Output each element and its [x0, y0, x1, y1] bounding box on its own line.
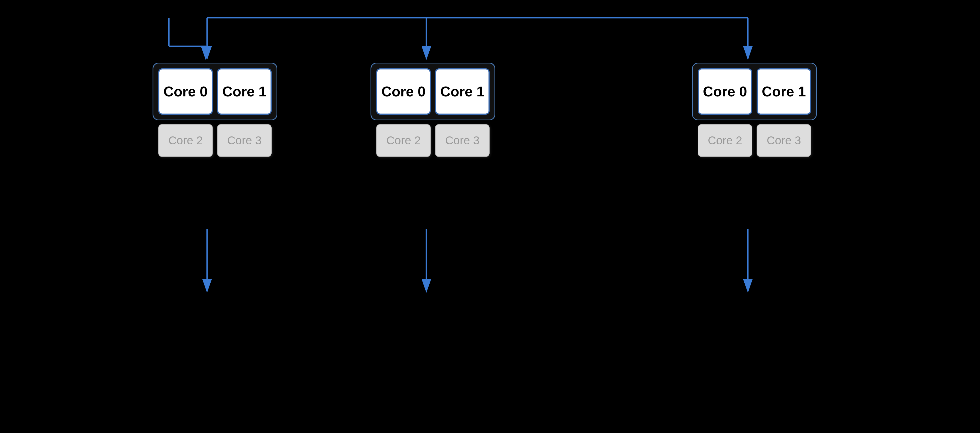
core-active-1-g3: Core 1 [757, 68, 811, 115]
bottom-row-2: Core 2 Core 3 [376, 124, 490, 157]
cpu-group-2: Core 0 Core 1 Core 2 Core 3 [371, 63, 495, 157]
diagram: Core 0 Core 1 Core 2 Core 3 Core 0 Core … [0, 0, 980, 433]
core-inactive-3-g3: Core 3 [757, 124, 811, 157]
core-inactive-2-g3: Core 2 [698, 124, 752, 157]
core-inactive-3-g1: Core 3 [217, 124, 272, 157]
core-active-0-g2: Core 0 [376, 68, 431, 115]
cpu-group-1: Core 0 Core 1 Core 2 Core 3 [153, 63, 277, 157]
cpu-group-3: Core 0 Core 1 Core 2 Core 3 [692, 63, 817, 157]
core-active-1-g2: Core 1 [435, 68, 490, 115]
core-active-0-g3: Core 0 [698, 68, 752, 115]
core-inactive-2-g1: Core 2 [158, 124, 213, 157]
core-inactive-2-g2: Core 2 [376, 124, 431, 157]
bottom-row-3: Core 2 Core 3 [698, 124, 811, 157]
core-active-0-g1: Core 0 [158, 68, 213, 115]
core-active-1-g1: Core 1 [217, 68, 272, 115]
cpu-outer-2: Core 0 Core 1 [371, 63, 495, 121]
bottom-row-1: Core 2 Core 3 [158, 124, 272, 157]
cpu-outer-3: Core 0 Core 1 [692, 63, 817, 121]
core-inactive-3-g2: Core 3 [435, 124, 490, 157]
cpu-outer-1: Core 0 Core 1 [153, 63, 277, 121]
